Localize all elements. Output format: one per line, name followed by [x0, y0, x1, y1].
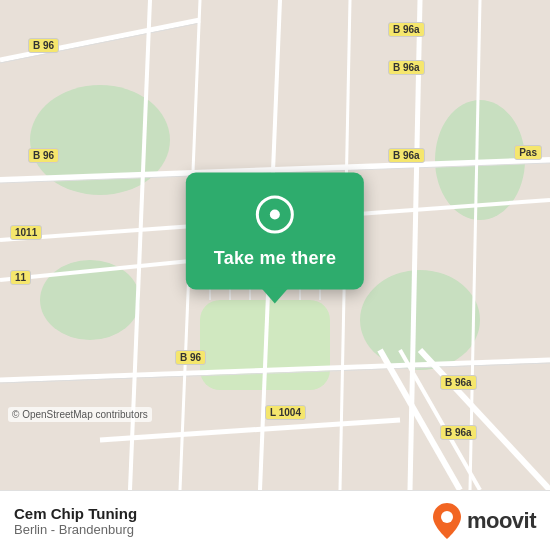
location-pin-icon	[251, 190, 299, 238]
road-label-b96a-br1: B 96a	[440, 375, 477, 390]
svg-point-32	[441, 511, 453, 523]
moovit-text: moovit	[467, 508, 536, 534]
take-me-there-button[interactable]: Take me there	[214, 248, 336, 269]
pin-circle	[256, 195, 294, 233]
location-name: Cem Chip Tuning	[14, 505, 137, 522]
road-label-b96-bl: B 96	[175, 350, 206, 365]
road-label-b96a-tr2: B 96a	[388, 60, 425, 75]
pin-dot	[270, 209, 280, 219]
road-label-b96a-br2: B 96a	[440, 425, 477, 440]
moovit-pin-icon	[433, 503, 461, 539]
svg-point-4	[360, 270, 480, 370]
location-region: Berlin - Brandenburg	[14, 522, 137, 537]
road-label-b96a-mr: B 96a	[388, 148, 425, 163]
popup-card[interactable]: Take me there	[186, 172, 364, 289]
road-label-11: 11	[10, 270, 31, 285]
app: B 96 B 96a B 96a B 96 B 96a 1011 11 B 96…	[0, 0, 550, 550]
location-info: Cem Chip Tuning Berlin - Brandenburg	[14, 505, 137, 537]
bottom-bar: Cem Chip Tuning Berlin - Brandenburg moo…	[0, 490, 550, 550]
osm-credit: © OpenStreetMap contributors	[8, 407, 152, 422]
road-label-b96-tl: B 96	[28, 38, 59, 53]
road-label-l1004: L 1004	[265, 405, 306, 420]
map-container: B 96 B 96a B 96a B 96 B 96a 1011 11 B 96…	[0, 0, 550, 490]
moovit-logo[interactable]: moovit	[433, 503, 536, 539]
road-label-1011: 1011	[10, 225, 42, 240]
road-label-pas: Pas	[514, 145, 542, 160]
road-label-b96a-tr1: B 96a	[388, 22, 425, 37]
road-label-b96-ml: B 96	[28, 148, 59, 163]
